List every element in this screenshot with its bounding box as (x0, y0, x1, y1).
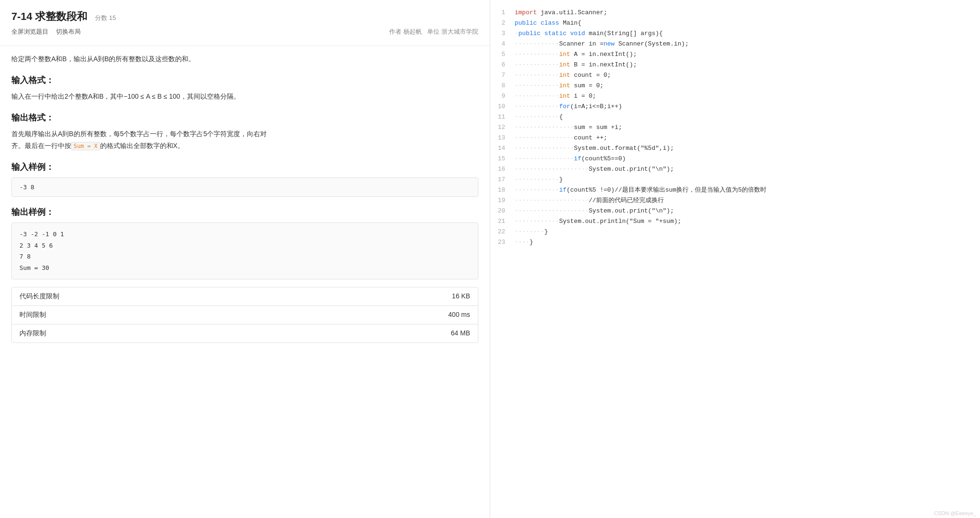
input-sample-heading: 输入样例： (11, 161, 478, 173)
output-format-text: 首先顺序输出从A到B的所有整数，每5个数字占一行，每个数字占5个字符宽度，向右对… (11, 128, 478, 152)
right-panel: 1import java.util.Scanner;2public class … (490, 0, 980, 518)
fullscreen-button[interactable]: 全屏浏览题目 (11, 28, 48, 36)
line-content: ················count ++; (513, 133, 980, 143)
limits-table: 代码长度限制16 KB时间限制400 ms内存限制64 MB (11, 287, 478, 343)
line-number: 13 (490, 133, 513, 143)
code-line: 18············if(count%5 !=0)//题目本要求输出su… (490, 185, 980, 195)
line-number: 14 (490, 143, 513, 154)
output-format-heading: 输出格式： (11, 112, 478, 123)
line-number: 8 (490, 81, 513, 91)
line-number: 7 (490, 70, 513, 81)
code-line: 2public class Main{ (490, 18, 980, 28)
toolbar-left: 全屏浏览题目 切换布局 (11, 28, 81, 36)
limits-label: 代码长度限制 (19, 292, 59, 301)
code-line: 3·public static void main(String[] args)… (490, 28, 980, 39)
output-sample-heading: 输出样例： (11, 206, 478, 218)
limits-value: 16 KB (452, 292, 470, 301)
line-content: ············int count = 0; (513, 70, 980, 81)
line-content: ············Scanner in =new Scanner(Syst… (513, 39, 980, 49)
code-line: 5············int A = in.nextInt(); (490, 49, 980, 60)
line-content: import java.util.Scanner; (513, 8, 980, 18)
line-content: ············if(count%5 !=0)//题目本要求输出sum换… (513, 185, 980, 195)
line-content: ············} (513, 175, 980, 185)
line-content: ············int sum = 0; (513, 81, 980, 91)
line-number: 16 (490, 164, 513, 175)
input-format-heading: 输入格式： (11, 74, 478, 86)
code-line: 4············Scanner in =new Scanner(Sys… (490, 39, 980, 49)
line-content: ················if(count%5==0) (513, 154, 980, 164)
line-content: public class Main{ (513, 18, 980, 28)
line-content: ············int B = in.nextInt(); (513, 60, 980, 70)
code-area: 1import java.util.Scanner;2public class … (490, 0, 980, 255)
code-line: 15················if(count%5==0) (490, 154, 980, 164)
limits-label: 时间限制 (19, 311, 46, 319)
line-number: 12 (490, 122, 513, 133)
problem-title: 7-14 求整数段和 (11, 9, 87, 24)
line-number: 11 (490, 112, 513, 122)
code-line: 10············for(i=A;i<=B;i++) (490, 102, 980, 112)
line-number: 20 (490, 206, 513, 216)
line-content: ·public static void main(String[] args){ (513, 28, 980, 39)
input-sample-box: -3 8 (11, 177, 478, 197)
switch-layout-button[interactable]: 切换布局 (56, 28, 81, 36)
line-number: 4 (490, 39, 513, 49)
line-number: 9 (490, 91, 513, 102)
limits-label: 内存限制 (19, 329, 46, 338)
line-number: 2 (490, 18, 513, 28)
limits-row: 内存限制64 MB (12, 324, 478, 342)
line-number: 21 (490, 216, 513, 227)
problem-description: 给定两个整数A和B，输出从A到B的所有整数以及这些数的和。 (11, 54, 478, 65)
line-content: ····················System.out.print("\n… (513, 206, 980, 216)
toolbar-row: 全屏浏览题目 切换布局 作者 杨起帆 单位 浙大城市学院 (11, 28, 478, 36)
line-number: 15 (490, 154, 513, 164)
code-line: 16····················System.out.print("… (490, 164, 980, 175)
code-line: 13················count ++; (490, 133, 980, 143)
code-line: 8············int sum = 0; (490, 81, 980, 91)
code-line: 9············int i = 0; (490, 91, 980, 102)
code-line: 19····················//前面的代码已经完成换行 (490, 195, 980, 206)
output-sample-box: -3 -2 -1 0 1 2 3 4 5 6 7 8 Sum = 30 (11, 222, 478, 279)
score-badge: 分数 15 (95, 14, 116, 22)
code-line: 20····················System.out.print("… (490, 206, 980, 216)
inline-code: Sum = X (71, 142, 100, 150)
line-number: 10 (490, 102, 513, 112)
line-content: ············int A = in.nextInt(); (513, 49, 980, 60)
code-line: 23····} (490, 237, 980, 248)
left-panel: 7-14 求整数段和 分数 15 全屏浏览题目 切换布局 作者 杨起帆 单位 浙… (0, 0, 490, 518)
code-line: 1import java.util.Scanner; (490, 8, 980, 18)
code-line: 14················System.out.format("%5d… (490, 143, 980, 154)
line-number: 19 (490, 195, 513, 206)
line-content: ············{ (513, 112, 980, 122)
code-line: 12················sum = sum +i; (490, 122, 980, 133)
line-content: ············for(i=A;i<=B;i++) (513, 102, 980, 112)
toolbar-right: 作者 杨起帆 单位 浙大城市学院 (389, 28, 478, 36)
limits-row: 时间限制400 ms (12, 306, 478, 324)
line-content: ····················//前面的代码已经完成换行 (513, 195, 980, 206)
input-format-text: 输入在一行中给出2个整数A和B，其中−100 ≤ A ≤ B ≤ 100，其间以… (11, 91, 478, 102)
problem-title-row: 7-14 求整数段和 分数 15 (11, 9, 478, 24)
line-content: ············int i = 0; (513, 91, 980, 102)
limits-row: 代码长度限制16 KB (12, 287, 478, 306)
line-content: ····················System.out.print("\n… (513, 164, 980, 175)
line-number: 3 (490, 28, 513, 39)
line-content: ····} (513, 237, 980, 248)
code-line: 22········} (490, 227, 980, 237)
line-number: 1 (490, 8, 513, 18)
line-content: ················sum = sum +i; (513, 122, 980, 133)
code-line: 21············System.out.println("Sum = … (490, 216, 980, 227)
line-number: 6 (490, 60, 513, 70)
limits-value: 400 ms (448, 311, 470, 319)
line-content: ················System.out.format("%5d",… (513, 143, 980, 154)
code-line: 7············int count = 0; (490, 70, 980, 81)
line-number: 22 (490, 227, 513, 237)
code-line: 11············{ (490, 112, 980, 122)
code-line: 6············int B = in.nextInt(); (490, 60, 980, 70)
limits-value: 64 MB (451, 329, 470, 338)
line-number: 23 (490, 237, 513, 248)
line-content: ········} (513, 227, 980, 237)
line-number: 17 (490, 175, 513, 185)
watermark: CSDN @Eeeeye_ (934, 510, 976, 516)
line-content: ············System.out.println("Sum = "+… (513, 216, 980, 227)
divider (0, 46, 490, 46)
line-number: 18 (490, 185, 513, 195)
